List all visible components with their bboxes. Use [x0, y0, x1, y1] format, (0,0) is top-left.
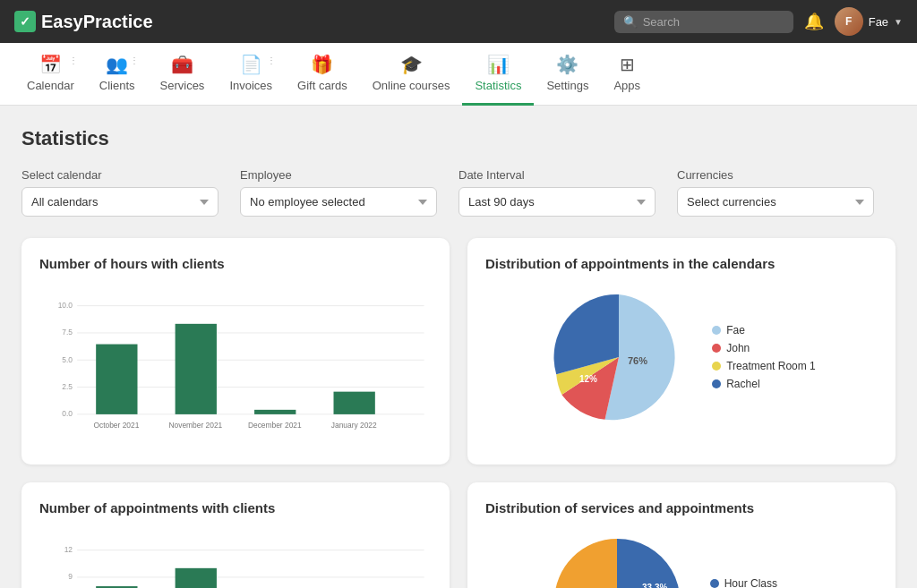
appt-dist-title: Distribution of appointments in the cale…	[485, 256, 878, 271]
legend-label-hour-class: Hour Class	[724, 577, 777, 588]
currencies-filter: Currencies Select currencies	[677, 168, 874, 217]
appt-count-svg: 12 9 6 3 0 October 2021 November 2021 De…	[39, 530, 432, 588]
nav-dots-invoices: ⋮	[267, 55, 276, 65]
nav-dots-calendar: ⋮	[69, 55, 78, 65]
currencies-filter-label: Currencies	[677, 168, 874, 182]
svg-text:October 2021: October 2021	[93, 421, 139, 430]
hours-chart-card: Number of hours with clients 10.0 7.5 5.…	[21, 238, 450, 464]
nav-label-services: Services	[160, 79, 205, 92]
hours-chart-svg: 10.0 7.5 5.0 2.5 0.0 October 2021 Novemb…	[39, 285, 432, 447]
nav-label-statistics: Statistics	[475, 79, 521, 92]
svg-text:5.0: 5.0	[62, 355, 73, 364]
svg-text:12: 12	[64, 545, 73, 554]
services-dist-pie-area: 33.3% 18.7% 50% Hour Class Follow-up app…	[485, 530, 878, 588]
calendar-icon: 📅	[39, 54, 62, 75]
services-dist-legend: Hour Class Follow-up appoint... Class	[710, 577, 818, 588]
user-menu[interactable]: F Fae ▼	[835, 7, 903, 36]
logo-check-icon: ✓	[14, 11, 36, 32]
legend-label-john: John	[726, 342, 750, 354]
nav-item-clients[interactable]: 👥 Clients ⋮	[87, 43, 148, 106]
nav-label-settings: Settings	[546, 79, 588, 92]
nav-label-online-courses: Online courses	[373, 79, 450, 92]
svg-text:2.5: 2.5	[62, 382, 73, 391]
appt-dist-pie-area: 76% 12% Fae John Treatment Room 1	[485, 285, 878, 429]
legend-treatment: Treatment Room 1	[712, 360, 816, 372]
user-name: Fae	[869, 15, 888, 29]
nav-item-online-courses[interactable]: 🎓 Online courses	[360, 43, 463, 106]
currencies-select[interactable]: Select currencies	[677, 187, 874, 217]
nav-item-statistics[interactable]: 📊 Statistics	[462, 43, 534, 106]
topbar: ✓ EasyPractice 🔍 🔔 F Fae ▼	[0, 0, 917, 43]
notification-icon[interactable]: 🔔	[804, 12, 824, 31]
legend-dot-john	[712, 344, 721, 353]
nav-label-calendar: Calendar	[27, 79, 74, 92]
appt-dist-legend: Fae John Treatment Room 1 Rachel	[712, 324, 816, 390]
services-dist-card: Distribution of services and appointment…	[467, 482, 896, 588]
employee-filter: Employee No employee selected	[240, 168, 437, 217]
nav-item-services[interactable]: 🧰 Services	[148, 43, 218, 106]
charts-row-2: Number of appointments with clients 12 9…	[21, 482, 896, 588]
gift-cards-icon: 🎁	[311, 54, 333, 75]
nav-label-clients: Clients	[99, 79, 135, 92]
legend-label-fae: Fae	[726, 324, 745, 337]
services-dist-pie-svg: 33.3% 18.7% 50%	[545, 530, 689, 588]
main-nav: 📅 Calendar ⋮ 👥 Clients ⋮ 🧰 Services 📄 In…	[0, 43, 917, 106]
legend-label-rachel: Rachel	[726, 378, 759, 390]
appt-count-bar-chart: 12 9 6 3 0 October 2021 November 2021 De…	[39, 530, 432, 588]
clients-icon: 👥	[106, 54, 128, 75]
date-filter: Date Interval Last 90 days	[458, 168, 656, 217]
nav-item-gift-cards[interactable]: 🎁 Gift cards	[285, 43, 360, 106]
employee-select[interactable]: No employee selected	[240, 187, 437, 217]
appt-dist-pie-svg: 76% 12%	[547, 285, 690, 429]
svg-text:12%: 12%	[579, 374, 597, 384]
nav-dots-clients: ⋮	[130, 55, 139, 65]
svg-text:0.0: 0.0	[62, 409, 73, 418]
calendar-filter-label: Select calendar	[21, 168, 219, 182]
apps-icon: ⊞	[620, 54, 635, 75]
search-bar[interactable]: 🔍	[614, 11, 793, 33]
calendar-select[interactable]: All calendars	[21, 187, 219, 217]
svg-text:76%: 76%	[628, 355, 647, 366]
hours-bar-chart: 10.0 7.5 5.0 2.5 0.0 October 2021 Novemb…	[39, 285, 432, 447]
bar-january-2022	[334, 392, 375, 414]
legend-dot-hour-class	[710, 579, 719, 588]
calendar-filter: Select calendar All calendars	[21, 168, 219, 217]
services-dist-title: Distribution of services and appointment…	[485, 500, 878, 516]
search-input[interactable]	[643, 15, 768, 29]
date-filter-label: Date Interval	[458, 168, 656, 182]
nav-label-apps: Apps	[613, 79, 640, 92]
bar-december-2021	[254, 410, 296, 414]
nav-item-invoices[interactable]: 📄 Invoices ⋮	[217, 43, 285, 106]
nav-label-gift-cards: Gift cards	[297, 79, 347, 92]
svg-text:January 2022: January 2022	[331, 421, 377, 430]
date-select[interactable]: Last 90 days	[458, 187, 656, 217]
nav-item-calendar[interactable]: 📅 Calendar ⋮	[14, 43, 87, 106]
pie-slice-class	[554, 539, 617, 588]
appt-dist-card: Distribution of appointments in the cale…	[467, 238, 896, 464]
employee-filter-label: Employee	[240, 168, 437, 182]
logo: ✓ EasyPractice	[14, 11, 153, 32]
search-icon: 🔍	[623, 15, 638, 29]
page-title: Statistics	[21, 127, 896, 150]
statistics-icon: 📊	[487, 54, 510, 75]
online-courses-icon: 🎓	[400, 54, 423, 75]
nav-item-settings[interactable]: ⚙️ Settings	[534, 43, 601, 106]
legend-dot-treatment	[712, 362, 721, 371]
bar-october-2021	[96, 345, 137, 414]
legend-john: John	[712, 342, 816, 354]
pie-slice-hour-class	[617, 539, 680, 588]
nav-item-apps[interactable]: ⊞ Apps	[601, 43, 653, 106]
legend-hour-class: Hour Class	[710, 577, 818, 588]
legend-dot-rachel	[712, 379, 721, 388]
services-icon: 🧰	[171, 54, 193, 75]
svg-text:10.0: 10.0	[58, 301, 73, 310]
bar-november-2021	[176, 324, 217, 414]
legend-rachel: Rachel	[712, 378, 816, 390]
nav-label-invoices: Invoices	[229, 79, 272, 92]
logo-text: EasyPractice	[41, 12, 153, 32]
legend-label-treatment: Treatment Room 1	[726, 360, 816, 372]
invoices-icon: 📄	[240, 54, 262, 75]
bar2-november-2021	[176, 568, 217, 588]
charts-row-1: Number of hours with clients 10.0 7.5 5.…	[21, 238, 896, 464]
settings-icon: ⚙️	[556, 54, 578, 75]
